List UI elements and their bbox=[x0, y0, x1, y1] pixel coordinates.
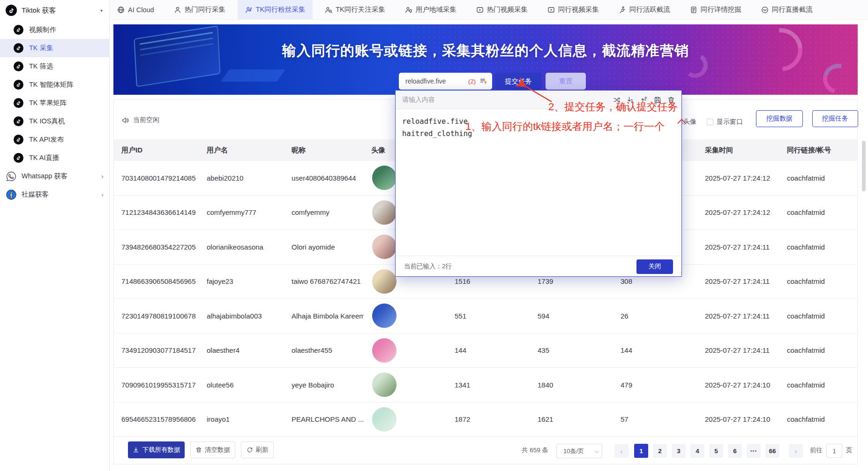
cell-nickname: taiwo 6768762747421 bbox=[284, 265, 364, 299]
page-button-66[interactable]: 66 bbox=[765, 444, 779, 458]
cell-user-id: 7230149780819100678 bbox=[114, 299, 199, 333]
prev-page-button[interactable]: ‹ bbox=[614, 444, 629, 458]
sidebar-section-社媒获客[interactable]: 社媒获客› bbox=[0, 185, 109, 204]
tab-TK同行关注采集[interactable]: TK同行关注采集 bbox=[325, 0, 385, 19]
tab-同行视频采集[interactable]: 同行视频采集 bbox=[547, 0, 599, 19]
sidebar-item-label: TK API发布 bbox=[29, 135, 64, 144]
avatar bbox=[372, 269, 397, 294]
tab-label: TK同行关注采集 bbox=[336, 5, 385, 14]
cell-peer-link: coachfatmid bbox=[779, 368, 858, 402]
cell-collect-time: 2025-07-27 17:24:11 bbox=[697, 265, 779, 299]
live-icon bbox=[761, 6, 769, 14]
page-button-4[interactable]: 4 bbox=[690, 444, 704, 458]
cell-count-1: 1872 bbox=[447, 403, 530, 437]
cell-username: olutee56 bbox=[199, 368, 284, 402]
refresh-button[interactable]: 刷新 bbox=[241, 441, 274, 458]
next-page-button[interactable]: › bbox=[789, 444, 803, 458]
cell-username: olorianikeosasona bbox=[199, 230, 284, 264]
person-music-icon bbox=[245, 6, 253, 14]
sidebar-item-TK IOS真机[interactable]: TK IOS真机 bbox=[0, 112, 109, 130]
per-page-select[interactable]: 10条/页 bbox=[556, 444, 602, 458]
cell-nickname: olaesther455 bbox=[284, 334, 364, 368]
sidebar-item-TK API发布[interactable]: TK API发布 bbox=[0, 130, 109, 149]
cell-username: fajoye23 bbox=[199, 265, 284, 299]
line-count-text: 当前已输入：2行 bbox=[404, 262, 636, 271]
chevron-down-icon[interactable]: ▾ bbox=[100, 8, 103, 13]
pagination-total: 共 659 条 bbox=[522, 446, 548, 455]
clipboard-up-icon[interactable] bbox=[479, 77, 487, 85]
refresh-icon bbox=[247, 447, 253, 453]
clear-data-button[interactable]: 清空数据 bbox=[190, 441, 235, 458]
person-pin-icon bbox=[405, 6, 412, 14]
annotation-arrow bbox=[509, 77, 560, 115]
task-input-value: reloadfive.five bbox=[405, 77, 468, 85]
tab-同行详情挖掘[interactable]: 同行详情挖掘 bbox=[690, 0, 741, 19]
task-input-count: (2) bbox=[468, 78, 476, 85]
sidebar-item-TK 采集[interactable]: TK 采集 bbox=[0, 39, 109, 57]
avatar bbox=[372, 235, 397, 259]
page-button-1[interactable]: 1 bbox=[634, 444, 648, 458]
task-account-input[interactable]: reloadfive.five (2) bbox=[399, 73, 492, 90]
sidebar: Tiktok 获客 ▾ 视频制作TK 采集TK 筛选TK 智能体矩阵TK 苹果矩… bbox=[0, 0, 110, 471]
sidebar-item-TK 筛选[interactable]: TK 筛选 bbox=[0, 57, 109, 76]
trash-icon bbox=[195, 447, 202, 453]
tab-TK同行粉丝采集[interactable]: TK同行粉丝采集 bbox=[238, 0, 313, 19]
tab-热门视频采集[interactable]: 热门视频采集 bbox=[476, 0, 528, 19]
sidebar-item-label: TK 采集 bbox=[29, 44, 53, 53]
status-label: 当前空闲 bbox=[133, 116, 159, 124]
page-button-2[interactable]: 2 bbox=[653, 444, 667, 458]
page-button-3[interactable]: 3 bbox=[672, 444, 686, 458]
mine-task-button[interactable]: 挖掘任务 bbox=[812, 110, 858, 127]
page-button-5[interactable]: 5 bbox=[709, 444, 723, 458]
sidebar-item-TK AI直播[interactable]: TK AI直播 bbox=[0, 149, 109, 167]
cell-peer-link: coachfatmid bbox=[779, 196, 858, 230]
chevron-down-icon bbox=[594, 448, 599, 453]
cell-peer-link: coachfatmid bbox=[779, 299, 858, 333]
show-window-checkbox-group[interactable]: 显示窗口 bbox=[707, 118, 743, 126]
tab-同行直播截流[interactable]: 同行直播截流 bbox=[761, 0, 813, 19]
tab-热门同行采集[interactable]: 热门同行采集 bbox=[174, 0, 225, 19]
download-all-button[interactable]: 下载所有数据 bbox=[128, 441, 185, 458]
close-button[interactable]: 关闭 bbox=[636, 259, 673, 274]
sidebar-item-视频制作[interactable]: 视频制作 bbox=[0, 21, 109, 39]
tiktok-icon bbox=[14, 43, 23, 53]
chevron-right-icon: › bbox=[101, 172, 104, 180]
tab-label: 同行视频采集 bbox=[558, 5, 599, 14]
keyboard-illustration bbox=[221, 69, 285, 82]
page-button-6[interactable]: 6 bbox=[728, 444, 742, 458]
cell-nickname: yeye Bobajiro bbox=[284, 368, 364, 402]
cell-collect-time: 2025-07-27 17:24:12 bbox=[697, 161, 779, 195]
tab-用户地域采集[interactable]: 用户地域采集 bbox=[405, 0, 456, 19]
sidebar-section-label: 社媒获客 bbox=[22, 190, 49, 199]
tab-label: AI Cloud bbox=[128, 6, 154, 14]
page-ellipsis[interactable]: ••• bbox=[747, 444, 761, 458]
cell-nickname: Olori ayomide bbox=[284, 230, 364, 264]
sidebar-header-tiktok[interactable]: Tiktok 获客 ▾ bbox=[0, 0, 109, 21]
sidebar-item-label: TK 智能体矩阵 bbox=[29, 80, 74, 89]
cell-collect-time: 2025-07-27 17:24:11 bbox=[697, 334, 779, 368]
document-icon bbox=[690, 6, 697, 14]
sidebar-section-Whatsapp 获客[interactable]: Whatsapp 获客› bbox=[0, 167, 109, 185]
sidebar-item-TK 苹果矩阵[interactable]: TK 苹果矩阵 bbox=[0, 94, 109, 112]
tab-同行活跃截流[interactable]: 同行活跃截流 bbox=[619, 0, 670, 19]
mine-data-button[interactable]: 挖掘数据 bbox=[756, 110, 803, 127]
table-row: 7230149780819100678alhajabimbola003Alhaj… bbox=[114, 299, 857, 334]
show-window-checkbox[interactable] bbox=[707, 119, 713, 125]
tab-AI Cloud[interactable]: AI Cloud bbox=[117, 0, 154, 19]
cell-username: alhajabimbola003 bbox=[199, 299, 284, 333]
avatar bbox=[372, 166, 397, 190]
tab-label: 同行直播截流 bbox=[772, 5, 813, 14]
cell-count-3: 479 bbox=[613, 368, 697, 402]
download-icon bbox=[133, 447, 139, 453]
table-row: 7349120903077184517olaesther4olaesther45… bbox=[114, 334, 857, 368]
scrollbar-thumb[interactable] bbox=[862, 141, 866, 191]
cell-peer-link: coachfatmid bbox=[779, 334, 858, 368]
tiktok-icon bbox=[14, 98, 23, 108]
cell-count-1: 551 bbox=[447, 299, 530, 333]
cell-count-1: 1341 bbox=[447, 368, 530, 402]
cell-peer-link: coachfatmid bbox=[779, 265, 858, 299]
cell-nickname: user4080640389644 bbox=[284, 161, 364, 195]
sidebar-item-TK 智能体矩阵[interactable]: TK 智能体矩阵 bbox=[0, 76, 109, 94]
goto-page-input[interactable]: 1 bbox=[826, 444, 842, 458]
avatar bbox=[372, 200, 397, 225]
